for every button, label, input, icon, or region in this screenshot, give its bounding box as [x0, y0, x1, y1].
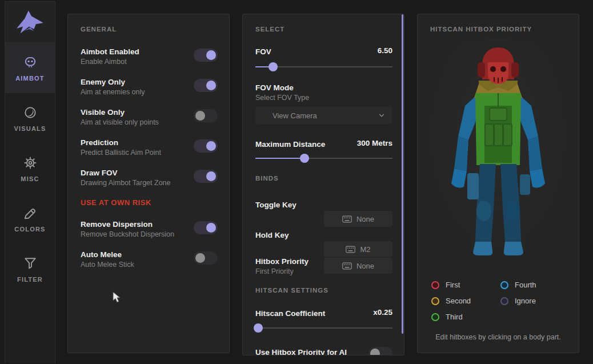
- toggle-knob: [206, 141, 216, 151]
- toggle-key-button[interactable]: None: [324, 211, 392, 227]
- general-header: GENERAL: [81, 26, 117, 33]
- draw-fov-toggle[interactable]: [194, 170, 218, 183]
- setting-aimbot-enabled: Aimbot Enabled Enable Aimbot: [81, 47, 218, 68]
- max-distance-slider[interactable]: [255, 154, 392, 163]
- second-priority-dot: [431, 297, 439, 305]
- keyboard-icon: [342, 262, 352, 270]
- slider-fill: [255, 158, 304, 159]
- risk-warning: USE AT OWN RISK: [81, 198, 151, 207]
- funnel-icon: [23, 256, 38, 271]
- use-hitbox-priority-ai-row: Use Hitbox Priority for AI: [255, 346, 392, 355]
- setting-draw-fov: Draw FOV Drawing Aimbot Target Zone: [81, 169, 218, 189]
- wolf-logo-icon: [15, 10, 45, 35]
- toggle-knob: [206, 50, 216, 60]
- hitscan-settings-header: HITSCAN SETTINGS: [255, 287, 328, 294]
- hold-key-label: Hold Key: [255, 231, 289, 239]
- toggle-knob: [206, 171, 216, 181]
- hitbox-priority-button[interactable]: None: [324, 258, 392, 274]
- keyboard-icon: [342, 215, 352, 223]
- remove-dispersion-toggle[interactable]: [194, 221, 218, 234]
- slider-knob[interactable]: [254, 323, 263, 333]
- fov-mode-title: FOV Mode: [255, 83, 392, 92]
- max-distance-label: Maximum Distance: [255, 140, 325, 149]
- bot-face-icon: [23, 55, 38, 70]
- sidebar-label-filter: FILTER: [17, 276, 43, 283]
- sidebar-label-colors: COLORS: [14, 226, 45, 233]
- hitbox-priority-value: None: [356, 262, 374, 270]
- first-priority-dot: [431, 281, 439, 289]
- visibility-icon: [23, 105, 38, 120]
- third-priority-dot: [431, 313, 439, 321]
- use-hitbox-priority-ai-label: Use Hitbox Priority for AI: [255, 348, 347, 355]
- slider-knob[interactable]: [269, 62, 278, 71]
- legend-first[interactable]: First: [431, 281, 500, 289]
- gear-icon: [23, 155, 38, 170]
- mouse-cursor: [112, 291, 123, 306]
- hold-key-button[interactable]: M2: [324, 241, 392, 257]
- sidebar-item-colors[interactable]: COLORS: [5, 194, 55, 244]
- hitbox-priority-panel: HITSCAN HITBOX PRIORITY: [417, 14, 579, 353]
- toggle-knob: [370, 349, 380, 355]
- logo-box: [5, 2, 55, 43]
- sidebar-item-misc[interactable]: MISC: [5, 143, 55, 194]
- fov-mode-row: FOV Mode Select FOV Type: [255, 83, 392, 104]
- legend-ignore-label: Ignore: [515, 297, 536, 305]
- hitbox-footer-hint: Edit hitboxes by clicking on a body part…: [418, 333, 579, 341]
- toggle-key-label: Toggle Key: [255, 201, 296, 209]
- setting-visible-only: Visible Only Aim at visible only points: [81, 108, 218, 129]
- general-panel: GENERAL Aimbot Enabled Enable Aimbot Ene…: [67, 14, 230, 353]
- fov-mode-dropdown[interactable]: View Camera: [255, 107, 392, 124]
- legend-first-label: First: [446, 281, 460, 289]
- hitscan-coefficient-label: Hitscan Coefficient: [255, 309, 325, 318]
- keyboard-icon: [346, 246, 355, 253]
- toggle-knob: [206, 81, 216, 90]
- max-distance-value: 300 Metrs: [357, 139, 392, 147]
- hitbox-character-model[interactable]: [435, 38, 561, 267]
- use-hitbox-priority-ai-toggle[interactable]: [368, 347, 392, 355]
- fov-label: FOV: [255, 47, 271, 56]
- sidebar-item-visuals[interactable]: VISUALS: [5, 93, 55, 143]
- hitbox-legend: First Fourth Second Ignore Third: [431, 281, 570, 321]
- enemy-only-toggle[interactable]: [194, 79, 218, 92]
- scrollbar-thumb[interactable]: [402, 14, 403, 334]
- prediction-toggle[interactable]: [194, 139, 218, 153]
- binds-header: BINDS: [255, 175, 279, 182]
- toggle-knob: [195, 253, 205, 263]
- fov-slider[interactable]: [255, 62, 392, 71]
- toggle-key-value: None: [356, 215, 374, 223]
- app-window: { "colors": { "accent": "#9b96e0", "warn…: [0, 0, 593, 364]
- auto-melee-toggle[interactable]: [194, 251, 218, 265]
- hitbox-panel-header: HITSCAN HITBOX PRIORITY: [430, 26, 532, 33]
- hitscan-coefficient-row: Hitscan Coefficient x0.25: [255, 308, 392, 319]
- sidebar-label-aimbot: AIMBOT: [15, 75, 45, 82]
- legend-second-label: Second: [446, 297, 471, 305]
- legend-ignore[interactable]: Ignore: [500, 297, 570, 305]
- fov-mode-subtitle: Select FOV Type: [255, 94, 392, 102]
- visible-only-toggle[interactable]: [194, 109, 218, 122]
- legend-fourth-label: Fourth: [515, 281, 536, 289]
- hitscan-coefficient-slider[interactable]: [255, 323, 392, 333]
- chevron-down-icon: [378, 111, 386, 119]
- select-header: SELECT: [255, 26, 285, 33]
- fov-row: FOV 6.50: [255, 46, 392, 58]
- legend-fourth[interactable]: Fourth: [500, 281, 570, 289]
- sidebar-label-visuals: VISUALS: [14, 125, 46, 132]
- fourth-priority-dot: [500, 281, 508, 289]
- ignore-priority-dot: [500, 297, 508, 305]
- fov-mode-selected: View Camera: [262, 111, 378, 120]
- max-distance-row: Maximum Distance 300 Metrs: [255, 139, 392, 150]
- setting-enemy-only: Enemy Only Aim at enemies only: [81, 78, 218, 98]
- sidebar-label-misc: MISC: [21, 175, 39, 182]
- slider-knob[interactable]: [300, 154, 309, 163]
- sidebar-item-aimbot[interactable]: AIMBOT: [5, 43, 55, 93]
- legend-third[interactable]: Third: [431, 313, 500, 321]
- legend-third-label: Third: [446, 313, 463, 321]
- sidebar-item-filter[interactable]: FILTER: [5, 244, 55, 294]
- aimbot-enabled-toggle[interactable]: [194, 49, 218, 62]
- setting-auto-melee: Auto Melee Auto Melee Stick: [81, 250, 218, 271]
- legend-second[interactable]: Second: [431, 297, 500, 305]
- hold-key-value: M2: [360, 245, 370, 254]
- character-model-area[interactable]: [418, 38, 578, 267]
- setting-prediction: Prediction Predict Ballistic Aim Point: [81, 138, 218, 159]
- fov-value: 6.50: [378, 46, 392, 55]
